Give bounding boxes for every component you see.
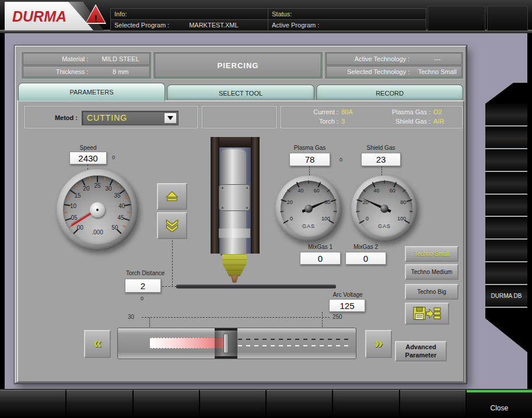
- techno-big-button[interactable]: Techno Big: [405, 284, 459, 300]
- double-chevron-right-icon: »: [374, 335, 383, 353]
- bottom-bar-cell[interactable]: [267, 390, 332, 418]
- top-bar-empty-cell: [428, 6, 485, 31]
- gas-mid-zero: 0: [340, 157, 342, 163]
- material-label: Material :: [23, 55, 92, 62]
- torch-collar: [219, 229, 250, 238]
- mixgas2-value-box[interactable]: 0: [345, 252, 386, 265]
- mixgas2-label: MixGas 2: [345, 244, 386, 250]
- sidebar-cell[interactable]: [485, 172, 527, 195]
- process-title: PIERCING: [155, 53, 321, 78]
- slider-pattern-dark: [238, 339, 352, 340]
- double-chevron-left-icon: «: [93, 335, 102, 353]
- bottom-bar-cell[interactable]: [0, 390, 65, 418]
- torch-distance-aux-zero: 0: [141, 296, 144, 301]
- thickness-label: Thickness :: [23, 68, 92, 75]
- technology-info-box: Active Technology : --- Selected Technol…: [325, 52, 463, 79]
- torch-cell: Torch : 3: [282, 118, 345, 125]
- material-plate: [176, 284, 336, 289]
- arc-range-min: 30: [128, 314, 134, 320]
- torch-distance-value-box[interactable]: 2: [125, 279, 161, 293]
- shield-gas-dial-label: GAS: [351, 223, 418, 229]
- bottom-bar-cell[interactable]: [134, 390, 199, 418]
- method-value: CUTTING: [87, 113, 127, 122]
- active-technology-row: Active Technology : ---: [326, 53, 462, 65]
- top-bar-empty-cell: [487, 6, 528, 31]
- sidebar-cell[interactable]: [485, 262, 527, 285]
- thickness-value: 8 mm: [92, 68, 149, 75]
- sidebar-cell[interactable]: [485, 195, 527, 217]
- techno-small-button[interactable]: Techno Small: [405, 246, 459, 262]
- active-technology-label: Active Technology :: [327, 55, 413, 62]
- advanced-parameter-button[interactable]: Advanced Parameter: [395, 341, 447, 361]
- arc-voltage-value-box[interactable]: 125: [329, 299, 365, 312]
- arc-range-connector-left: [149, 318, 150, 327]
- shield-gauge-hub: [380, 205, 388, 213]
- torch-body-mid: [220, 211, 246, 230]
- double-chevron-down-icon: [165, 219, 179, 232]
- shield-gas-cell: Shield Gas : AIR: [374, 118, 444, 125]
- torch-tip: [230, 275, 239, 283]
- torch-up-button[interactable]: [157, 183, 187, 210]
- torch-distance-label: Torch Distance: [122, 270, 169, 276]
- shield-gas-gauge: 020406080100 GAS: [351, 175, 418, 242]
- voltage-slider-track[interactable]: [117, 328, 356, 359]
- dropdown-arrow-button[interactable]: [164, 113, 177, 124]
- durma-logo-text: DURMA: [12, 8, 66, 25]
- material-info-box: Material : MILD STEEL Thickness : 8 mm: [22, 52, 151, 79]
- sidebar-cell-durma-db[interactable]: DURMA DB: [485, 285, 527, 308]
- status-label: Status:: [268, 8, 426, 20]
- chevron-down-icon: [167, 116, 173, 120]
- sidebar-cell[interactable]: [485, 240, 527, 262]
- slider-gradient-bar: [150, 338, 225, 349]
- plasma-gas-label: Plasma Gas: [289, 145, 330, 151]
- material-value: MILD STEEL: [92, 55, 149, 62]
- sidebar-cell[interactable]: [485, 149, 527, 172]
- selected-technology-label: Selected Technology :: [327, 68, 413, 75]
- tab-select-tool[interactable]: SELECT TOOL: [167, 85, 314, 101]
- torch-distance-connector: [162, 286, 176, 287]
- tab-record[interactable]: RECORD: [316, 85, 463, 101]
- arc-voltage-connector: [322, 312, 323, 327]
- bottom-bar-cell[interactable]: [400, 390, 466, 418]
- technology-panel: Material : MILD STEEL Thickness : 8 mm P…: [15, 45, 467, 384]
- mixgas1-label: MixGas 1: [300, 244, 341, 250]
- torch-holder-left: [211, 137, 219, 254]
- slider-right-button[interactable]: »: [365, 330, 392, 358]
- sidebar-cell[interactable]: [485, 127, 527, 149]
- speed-label: Speed: [69, 145, 107, 151]
- speed-multiplier-label: .000: [57, 229, 138, 236]
- torch-body-block: [219, 184, 250, 211]
- bottom-bar-cell[interactable]: [200, 390, 265, 418]
- sidebar-cell[interactable]: [485, 217, 527, 240]
- torch-down-button[interactable]: [157, 212, 187, 239]
- slider-pattern-light: [238, 345, 352, 346]
- selected-technology-value: Techno Small: [413, 68, 461, 75]
- torch-height-connector: [172, 240, 173, 286]
- slider-handle[interactable]: [223, 333, 229, 353]
- parameters-content: Metod : CUTTING Current : 80A Torch : 3: [17, 100, 464, 382]
- material-row: Material : MILD STEEL: [23, 53, 150, 65]
- info-label: Info:: [110, 8, 268, 20]
- tab-parameters[interactable]: PARAMETERS: [18, 83, 165, 101]
- slider-left-button[interactable]: «: [84, 330, 111, 358]
- method-box: Metod : CUTTING: [24, 106, 198, 128]
- close-button[interactable]: Close: [467, 390, 532, 418]
- plasma-gauge-hub: [304, 205, 313, 213]
- method-dropdown[interactable]: CUTTING: [82, 111, 178, 125]
- save-to-db-button[interactable]: [405, 303, 449, 325]
- sidebar-cell[interactable]: [485, 104, 527, 127]
- selected-program-label: Selected Program :: [114, 22, 169, 29]
- right-sidebar-cells: DURMA DB: [485, 104, 527, 308]
- torch-holder-right: [251, 137, 260, 254]
- right-sidebar: DURMA DB: [485, 83, 527, 352]
- arc-range-max: 250: [332, 314, 342, 320]
- active-technology-value: ---: [413, 55, 461, 62]
- bottom-bar-cell[interactable]: [333, 390, 398, 418]
- mixgas1-value-box[interactable]: 0: [300, 252, 341, 265]
- bottom-bar-cell[interactable]: [66, 390, 132, 418]
- process-title-box: PIERCING: [153, 52, 323, 79]
- techno-medium-button[interactable]: Techno Medium: [405, 264, 459, 280]
- top-bar: DURMA ! Info: Status: Selected Program :…: [0, 0, 532, 33]
- torch-nozzle: [222, 254, 247, 276]
- selected-technology-row: Selected Technology : Techno Small: [326, 66, 462, 78]
